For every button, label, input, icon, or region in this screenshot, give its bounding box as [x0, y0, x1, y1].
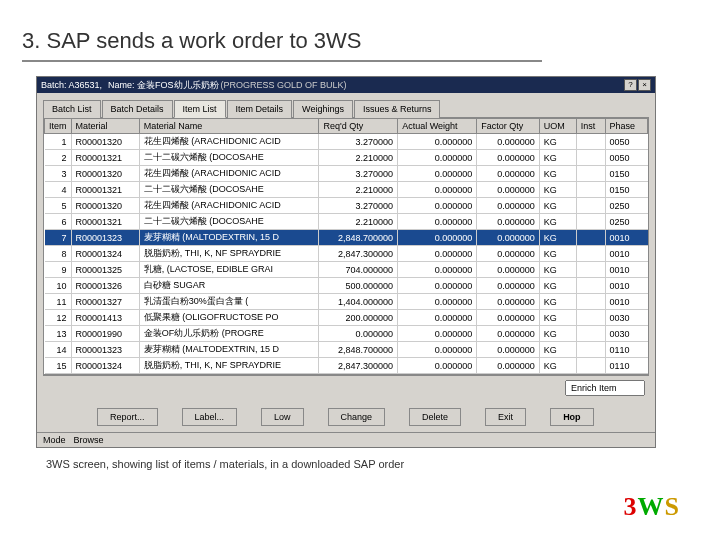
- tab-weighings[interactable]: Weighings: [293, 100, 353, 118]
- table-cell: 14: [45, 342, 72, 358]
- report-button[interactable]: Report...: [97, 408, 158, 426]
- table-cell: [576, 342, 605, 358]
- table-cell: 0.000000: [477, 150, 540, 166]
- table-cell: 15: [45, 358, 72, 374]
- table-cell: 0.000000: [398, 214, 477, 230]
- table-cell: 0.000000: [477, 214, 540, 230]
- close-icon[interactable]: ×: [638, 79, 651, 91]
- hop-button[interactable]: Hop: [550, 408, 594, 426]
- table-cell: 6: [45, 214, 72, 230]
- table-row[interactable]: 10R00001326白砂糖 SUGAR500.0000000.0000000.…: [45, 278, 648, 294]
- table-cell: [576, 214, 605, 230]
- low-button[interactable]: Low: [261, 408, 304, 426]
- table-cell: KG: [539, 230, 576, 246]
- table-cell: 二十二碳六烯酸 (DOCOSAHE: [139, 150, 319, 166]
- table-row[interactable]: 4R00001321二十二碳六烯酸 (DOCOSAHE2.2100000.000…: [45, 182, 648, 198]
- table-cell: 0050: [605, 134, 647, 150]
- table-cell: 0030: [605, 326, 647, 342]
- table-cell: 麦芽糊精 (MALTODEXTRIN, 15 D: [139, 342, 319, 358]
- table-cell: R00001324: [71, 358, 139, 374]
- table-cell: 0.000000: [398, 262, 477, 278]
- table-cell: 0030: [605, 310, 647, 326]
- table-cell: 金装OF幼儿乐奶粉 (PROGRE: [139, 326, 319, 342]
- table-cell: 麦芽糊精 (MALTODEXTRIN, 15 D: [139, 230, 319, 246]
- table-row[interactable]: 6R00001321二十二碳六烯酸 (DOCOSAHE2.2100000.000…: [45, 214, 648, 230]
- tab-batch-list[interactable]: Batch List: [43, 100, 101, 118]
- table-cell: 脱脂奶粉, THI, K, NF SPRAYDRIE: [139, 246, 319, 262]
- table-cell: 0.000000: [477, 198, 540, 214]
- table-cell: 1: [45, 134, 72, 150]
- table-cell: 2.210000: [319, 182, 398, 198]
- table-row[interactable]: 3R00001320花生四烯酸 (ARACHIDONIC ACID3.27000…: [45, 166, 648, 182]
- column-header[interactable]: Phase: [605, 119, 647, 134]
- table-row[interactable]: 11R00001327乳清蛋白粉30%蛋白含量 (1,404.0000000.0…: [45, 294, 648, 310]
- table-row[interactable]: 15R00001324脱脂奶粉, THI, K, NF SPRAYDRIE2,8…: [45, 358, 648, 374]
- table-cell: R00001324: [71, 246, 139, 262]
- column-header[interactable]: Material: [71, 119, 139, 134]
- table-row[interactable]: 1R00001320花生四烯酸 (ARACHIDONIC ACID3.27000…: [45, 134, 648, 150]
- table-row[interactable]: 8R00001324脱脂奶粉, THI, K, NF SPRAYDRIE2,84…: [45, 246, 648, 262]
- table-cell: [576, 198, 605, 214]
- table-cell: 0.000000: [398, 278, 477, 294]
- tab-item-list[interactable]: Item List: [174, 100, 226, 118]
- table-row[interactable]: 14R00001323麦芽糊精 (MALTODEXTRIN, 15 D2,848…: [45, 342, 648, 358]
- table-cell: 2.210000: [319, 214, 398, 230]
- table-cell: [576, 246, 605, 262]
- exit-button[interactable]: Exit: [485, 408, 526, 426]
- table-cell: 0.000000: [398, 198, 477, 214]
- change-button[interactable]: Change: [328, 408, 386, 426]
- table-cell: 2,848.700000: [319, 342, 398, 358]
- column-header[interactable]: UOM: [539, 119, 576, 134]
- tabs: Batch ListBatch DetailsItem ListItem Det…: [37, 93, 655, 117]
- table-cell: 2,847.300000: [319, 358, 398, 374]
- tab-issues-returns[interactable]: Issues & Returns: [354, 100, 441, 118]
- column-header[interactable]: Inst: [576, 119, 605, 134]
- column-header[interactable]: Actual Weight: [398, 119, 477, 134]
- table-cell: 脱脂奶粉, THI, K, NF SPRAYDRIE: [139, 358, 319, 374]
- table-cell: 0.000000: [477, 278, 540, 294]
- table-cell: KG: [539, 166, 576, 182]
- table-cell: 0010: [605, 230, 647, 246]
- tab-batch-details[interactable]: Batch Details: [102, 100, 173, 118]
- table-row[interactable]: 12R00001413低聚果糖 (OLIGOFRUCTOSE PO200.000…: [45, 310, 648, 326]
- table-cell: 0.000000: [319, 326, 398, 342]
- item-list-table: ItemMaterialMaterial NameReq'd QtyActual…: [43, 117, 649, 375]
- titlebar: Batch: A36531, Name: 金装FOS幼儿乐奶粉 (PROGRES…: [37, 77, 655, 93]
- table-cell: 0010: [605, 294, 647, 310]
- column-header[interactable]: Item: [45, 119, 72, 134]
- enrich-item-input[interactable]: [565, 380, 645, 396]
- table-cell: 0.000000: [398, 134, 477, 150]
- table-cell: KG: [539, 134, 576, 150]
- table-cell: 0010: [605, 246, 647, 262]
- table-cell: R00001327: [71, 294, 139, 310]
- table-row[interactable]: 7R00001323麦芽糊精 (MALTODEXTRIN, 15 D2,848.…: [45, 230, 648, 246]
- table-cell: 0.000000: [398, 326, 477, 342]
- table-cell: 0150: [605, 166, 647, 182]
- label-button[interactable]: Label...: [182, 408, 238, 426]
- table-cell: 低聚果糖 (OLIGOFRUCTOSE PO: [139, 310, 319, 326]
- table-row[interactable]: 9R00001325乳糖, (LACTOSE, EDIBLE GRAI704.0…: [45, 262, 648, 278]
- column-header[interactable]: Material Name: [139, 119, 319, 134]
- table-cell: [576, 150, 605, 166]
- table-row[interactable]: 13R00001990金装OF幼儿乐奶粉 (PROGRE0.0000000.00…: [45, 326, 648, 342]
- table-cell: [576, 358, 605, 374]
- table-cell: 2.210000: [319, 150, 398, 166]
- column-header[interactable]: Req'd Qty: [319, 119, 398, 134]
- table-row[interactable]: 5R00001320花生四烯酸 (ARACHIDONIC ACID3.27000…: [45, 198, 648, 214]
- table-cell: [576, 262, 605, 278]
- delete-button[interactable]: Delete: [409, 408, 461, 426]
- table-cell: R00001323: [71, 342, 139, 358]
- table-cell: 白砂糖 SUGAR: [139, 278, 319, 294]
- tab-item-details[interactable]: Item Details: [227, 100, 293, 118]
- column-header[interactable]: Factor Qty: [477, 119, 540, 134]
- table-row[interactable]: 2R00001321二十二碳六烯酸 (DOCOSAHE2.2100000.000…: [45, 150, 648, 166]
- table-cell: [576, 326, 605, 342]
- name-extra: (PROGRESS GOLD OF BULK): [221, 80, 347, 90]
- help-icon[interactable]: ?: [624, 79, 637, 91]
- table-cell: [576, 278, 605, 294]
- table-cell: 0.000000: [477, 246, 540, 262]
- table-cell: 花生四烯酸 (ARACHIDONIC ACID: [139, 134, 319, 150]
- table-cell: KG: [539, 262, 576, 278]
- table-cell: KG: [539, 182, 576, 198]
- enrich-row: [43, 375, 649, 400]
